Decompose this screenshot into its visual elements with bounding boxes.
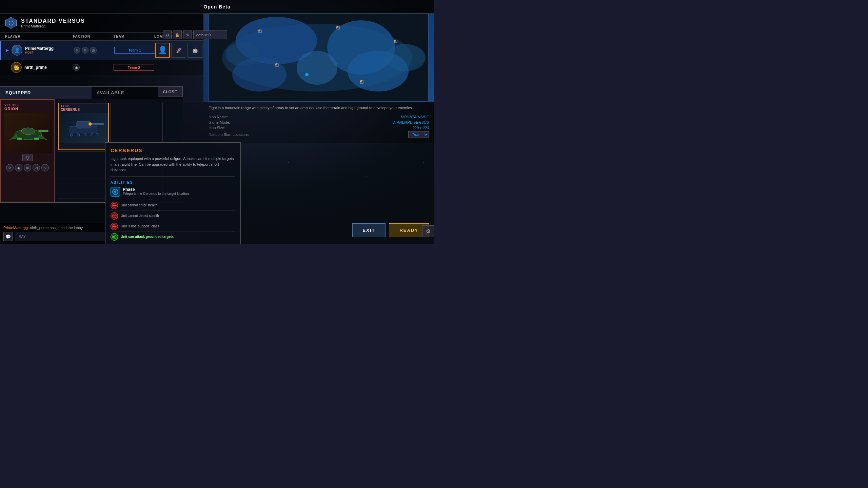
- equipped-unit-image: [4, 113, 52, 153]
- close-equip-btn[interactable]: CLOSE: [158, 87, 183, 97]
- player-row-2: ▶ 👑 nirth_prime ◉ Team 2 —: [0, 60, 203, 75]
- ability-phase: Phase Teleports the Cerberus to the targ…: [111, 187, 235, 197]
- svg-point-1: [21, 128, 35, 135]
- phase-ability-desc: Teleports the Cerberus to the target loc…: [123, 192, 190, 196]
- unit-action-5[interactable]: ▷: [41, 164, 49, 171]
- faction-icons-2: ◉: [73, 64, 114, 71]
- map-size-row: Map Size: 220 x 220: [209, 126, 429, 130]
- game-mode-value: STANDARD VERSUS: [392, 120, 429, 124]
- phase-ability-name: Phase: [123, 187, 190, 192]
- lobby-title: STANDARD VERSUS: [21, 18, 85, 24]
- loadout-slot-2[interactable]: 🤖: [188, 43, 202, 58]
- svg-point-24: [297, 51, 337, 85]
- header-faction: FACTION: [73, 35, 114, 38]
- cerberus-type: TANK: [59, 103, 108, 108]
- faction-icons-1: ⚔ ▽ ◎: [74, 47, 114, 54]
- equipped-unit-panel: VEHICLE ORION: [0, 99, 55, 202]
- faction-icon-circle: ◎: [90, 47, 97, 54]
- stat-icon-5: [111, 244, 118, 244]
- player-avatar-2: 👑: [11, 62, 22, 73]
- svg-point-12: [89, 123, 91, 125]
- map-name-value: MOUNTAINSIDE: [400, 115, 429, 119]
- map-name-row: Map Name: MOUNTAINSIDE: [209, 115, 429, 119]
- minimap-svg: [203, 14, 434, 102]
- faction-icon-triangle: ▽: [82, 47, 88, 54]
- top-bar: Open Beta: [0, 0, 434, 14]
- stat-icon-1: [111, 202, 118, 209]
- minimap-canvas: [203, 14, 434, 102]
- player-arrow-icon: ▶: [6, 48, 9, 53]
- avail-unit-cerberus[interactable]: TANK CERBERUS: [58, 103, 109, 150]
- unit-detail-popup: CERBERUS Light tank equipped with a powe…: [105, 142, 241, 244]
- map-name-input[interactable]: [193, 30, 227, 39]
- avail-slot-empty-3: [58, 151, 109, 199]
- stat-stealth-detect: Unit cannot detect stealth: [111, 210, 235, 221]
- chat-toggle-btn[interactable]: 💬: [3, 232, 13, 241]
- cerberus-name: CERBERUS: [59, 108, 108, 113]
- team-2-button[interactable]: Team 2: [114, 64, 154, 71]
- stat-icon-3-svg: [112, 224, 117, 229]
- random-start-select[interactable]: True False: [408, 131, 429, 138]
- svg-point-16: [91, 134, 93, 136]
- stat-text-2: Unit cannot detect stealth: [121, 214, 159, 218]
- lobby-host: PrimeMattergg: [21, 24, 85, 28]
- loadout-slot-0[interactable]: 👤: [155, 43, 170, 58]
- svg-point-32: [305, 73, 309, 76]
- edit-map-btn[interactable]: ✎: [183, 30, 192, 39]
- unit-action-2[interactable]: ◉: [15, 164, 22, 171]
- chat-sender: PrimeMattergg: [3, 226, 28, 230]
- svg-point-13: [70, 134, 73, 136]
- unit-action-buttons: ⟳ ◉ ⊕ ◁ ▷: [4, 164, 51, 171]
- action-buttons: EXIT READY: [352, 223, 429, 237]
- player-name-area-2: nirth_prime: [24, 65, 47, 70]
- team-1-button[interactable]: Team 1: [114, 47, 155, 54]
- reset-map-btn[interactable]: ⊡: [163, 30, 172, 39]
- lobby-header: ⬡ STANDARD VERSUS PrimeMattergg: [0, 14, 203, 33]
- svg-point-5: [17, 138, 22, 140]
- stat-text-3: Unit is not "support" class: [121, 224, 159, 228]
- minimap: [203, 14, 434, 102]
- map-controls: ⊡ 🔒 ✎: [163, 30, 227, 39]
- unit-detail-name: CERBERUS: [111, 148, 235, 153]
- svg-rect-2: [38, 130, 48, 132]
- stat-text-1: Unit cannot enter stealth: [121, 203, 157, 207]
- unit-type-label: VEHICLE: [4, 103, 51, 107]
- random-start-row: Random Start Locations True False: [209, 131, 429, 138]
- ability-text: Phase Teleports the Cerberus to the targ…: [123, 187, 190, 196]
- faction-icon-2-circle: ◉: [73, 64, 80, 71]
- header-player: PLAYER: [5, 35, 73, 38]
- unit-name-label: ORION: [4, 107, 51, 111]
- stat-text-4: Unit can attack grounded targets: [121, 235, 174, 239]
- stat-icon-2-svg: [112, 214, 117, 218]
- loadout-slot-1[interactable]: 🚀: [171, 43, 186, 58]
- player-host-label: HOST: [25, 51, 54, 54]
- svg-rect-8: [77, 121, 90, 128]
- unit-detail-description: Light tank equipped with a powerful rail…: [111, 156, 235, 177]
- cerberus-svg: [60, 115, 107, 142]
- stat-icon-3: [111, 223, 118, 230]
- equip-header: EQUIPPED AVAILABLE CLOSE: [0, 87, 183, 99]
- game-mode-row: Game Mode: STANDARD VERSUS: [209, 120, 429, 124]
- stat-icon-4-svg: [112, 235, 117, 239]
- equipped-tab[interactable]: EQUIPPED: [0, 87, 92, 99]
- settings-gear-btn[interactable]: ⚙: [422, 225, 434, 237]
- svg-marker-3: [9, 135, 18, 140]
- lock-map-btn[interactable]: 🔒: [173, 30, 182, 39]
- top-bar-title: Open Beta: [203, 4, 230, 9]
- exit-button[interactable]: EXIT: [352, 223, 386, 237]
- chat-message-text: : nirth_prime has joined the lobby: [28, 226, 83, 230]
- unit-action-4[interactable]: ◁: [33, 164, 40, 171]
- stat-support: Unit is not "support" class: [111, 221, 235, 231]
- stat-stealth-enter: Unit cannot enter stealth: [111, 200, 235, 210]
- svg-point-15: [84, 134, 86, 136]
- player-avatar-1: 👤: [12, 45, 22, 56]
- unit-action-1[interactable]: ⟳: [6, 164, 14, 171]
- loadout-portrait-2: 🤖: [188, 43, 202, 57]
- unit-action-3[interactable]: ⊕: [24, 164, 31, 171]
- player-name-2: nirth_prime: [24, 65, 47, 70]
- stat-icon-2: [111, 212, 118, 220]
- player-row: ▶ 👤 PrimeMattergg HOST ⚔ ▽ ◎ Team 1 👤 🚀: [0, 41, 203, 60]
- map-info: Fight in a mountain range with plenty of…: [203, 102, 434, 143]
- svg-point-14: [77, 134, 80, 136]
- svg-point-17: [96, 134, 98, 136]
